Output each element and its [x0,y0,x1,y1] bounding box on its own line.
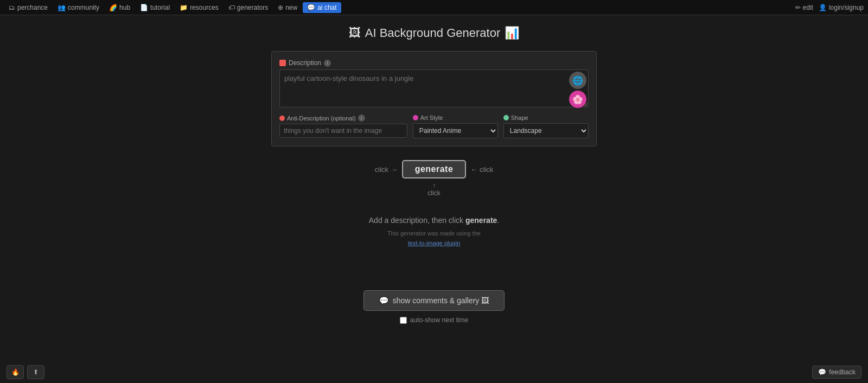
nav-item-ai-chat[interactable]: 💬 ai chat [303,2,341,13]
anti-desc-wrapper: Anti-Description (optional) i [279,114,407,138]
nav-item-generators[interactable]: 🏷 generators [224,2,272,13]
up-icon: ⬆ [33,368,39,376]
art-style-select[interactable]: Painted Anime Realistic Cartoon Watercol… [413,123,498,138]
status-section: Add a description, then click generate. … [369,216,499,247]
anti-desc-label-text: Anti-Description (optional) [287,115,356,122]
bottom-bar: 🔥 ⬆ 💬 feedback [0,361,868,383]
nav-right: ✏ edit 👤 login/signup [795,4,864,11]
form-container: Description i 🌐 🌸 Anti-Description (opti… [271,51,597,146]
globe-avatar-button[interactable]: 🌐 [569,72,586,89]
art-style-wrapper: Art Style Painted Anime Realistic Cartoo… [413,114,498,138]
generator-credit: This generator was made using the [369,230,499,237]
bottom-left: 🔥 ⬆ [7,365,44,379]
gallery-section: 💬 show comments & gallery 🖼 auto-show ne… [363,290,505,324]
generate-section: click → generate ← click ↑ click [375,160,493,197]
community-icon: 👥 [58,4,66,11]
anti-desc-label-row: Anti-Description (optional) i [279,114,407,122]
shape-label-icon [503,115,509,120]
avatar-buttons: 🌐 🌸 [569,72,586,108]
anti-desc-label-icon [279,116,285,121]
instruction-bold: generate [465,216,497,225]
nav-label: hub [119,4,130,11]
auto-show-row: auto-show next time [400,316,468,324]
page-title: AI Background Generator [365,26,500,40]
resources-icon: 📁 [180,4,188,11]
generate-button[interactable]: generate [402,160,467,178]
user-icon: 👤 [819,4,827,11]
description-wrapper: 🌐 🌸 [279,69,589,109]
generate-row: click → generate ← click [375,160,493,178]
nav-item-hub[interactable]: 🌈 hub [105,2,135,13]
arrow-up: ↑ [432,182,436,189]
anti-desc-input[interactable] [279,124,407,138]
gallery-btn-icon: 💬 [379,296,388,305]
edit-icon: ✏ [795,4,801,11]
description-label-row: Description i [279,59,589,67]
shape-wrapper: Shape Landscape Portrait Square [503,114,589,138]
nav-label: new [285,4,297,11]
ai-chat-icon: 💬 [307,4,315,11]
tutorial-icon: 📄 [140,4,148,11]
nav-label: resources [190,4,219,11]
description-label-text: Description [289,59,321,67]
navbar: 🗂 perchance 👥 community 🌈 hub 📄 tutorial… [0,0,868,15]
shape-select[interactable]: Landscape Portrait Square [503,123,589,138]
plugin-link-text: text-to-image plugin [408,240,461,246]
nav-item-new[interactable]: ⊕ new [273,2,302,13]
title-icon-right: 📊 [505,26,519,40]
nav-left: 🗂 perchance 👥 community 🌈 hub 📄 tutorial… [4,2,341,13]
pink-avatar-button[interactable]: 🌸 [569,91,586,108]
shape-label-text: Shape [511,114,528,121]
description-label-icon [279,60,286,66]
credit-text: This generator was made using the [387,230,481,237]
bottom-up-button[interactable]: ⬆ [27,365,44,379]
shape-label-row: Shape [503,114,589,121]
title-emoji-left: 🖼 [349,26,361,40]
art-style-label-text: Art Style [420,114,443,121]
page-title-container: 🖼 AI Background Generator 📊 [349,26,519,40]
instruction-prefix: Add a description, then click [369,216,465,225]
show-gallery-button[interactable]: 💬 show comments & gallery 🖼 [363,290,505,311]
main-content: 🖼 AI Background Generator 📊 Description … [0,15,868,335]
login-label: login/signup [829,4,864,11]
nav-label: generators [237,4,268,11]
description-info-icon[interactable]: i [324,60,331,67]
new-icon: ⊕ [278,4,283,11]
edit-button[interactable]: ✏ edit [795,4,813,11]
nav-label: perchance [17,4,48,11]
art-style-label-row: Art Style [413,114,498,121]
instruction-suffix: . [497,216,499,225]
auto-show-checkbox[interactable] [400,317,407,324]
nav-item-resources[interactable]: 📁 resources [175,2,223,13]
auto-show-label: auto-show next time [410,316,468,324]
nav-item-perchance[interactable]: 🗂 perchance [4,2,52,13]
instruction-text: Add a description, then click generate. [369,216,499,225]
click-bottom-label: click [427,189,440,197]
art-style-label-icon [413,115,418,120]
feedback-button[interactable]: 💬 feedback [812,366,861,379]
generators-icon: 🏷 [228,4,235,11]
gallery-btn-label: show comments & gallery 🖼 [393,296,489,305]
nav-label: ai chat [317,4,336,11]
feedback-icon: 💬 [818,368,826,376]
nav-item-tutorial[interactable]: 📄 tutorial [136,2,174,13]
anti-desc-info-icon[interactable]: i [358,114,365,122]
plugin-link[interactable]: text-to-image plugin [408,240,461,246]
description-textarea[interactable] [279,69,589,107]
nav-item-community[interactable]: 👥 community [53,2,104,13]
hub-icon: 🌈 [109,4,117,11]
click-right-label: ← click [470,165,493,174]
bottom-fire-button[interactable]: 🔥 [7,365,24,379]
edit-label: edit [803,4,813,11]
nav-label: community [68,4,99,11]
click-left-label: click → [375,165,398,174]
perchance-icon: 🗂 [9,4,15,11]
feedback-label: feedback [829,368,856,376]
fire-icon: 🔥 [11,368,20,376]
nav-label: tutorial [150,4,170,11]
generate-arrows: ↑ click [427,182,440,197]
login-button[interactable]: 👤 login/signup [819,4,864,11]
sub-fields-row: Anti-Description (optional) i Art Style … [279,114,589,138]
